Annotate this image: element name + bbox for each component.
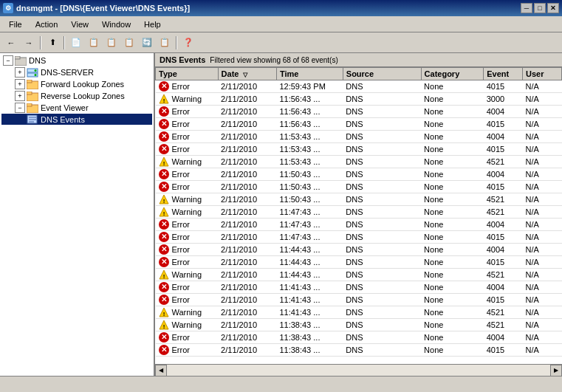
folder-event-icon [27,103,38,113]
table-row[interactable]: ✕Error2/11/201011:41:43 ...DNSNone4015N/… [156,294,562,306]
help-toolbar-button[interactable]: ❓ [180,35,196,51]
tree-expand-server[interactable]: + [15,67,25,78]
event-category-cell: None [421,131,484,143]
table-row[interactable]: !Warning2/11/201011:53:43 ...DNSNone4521… [156,156,562,168]
col-type[interactable]: Type [156,68,219,80]
event-type-label: Warning [172,320,202,329]
table-row[interactable]: ✕Error2/11/201011:53:43 ...DNSNone4004N/… [156,131,562,143]
table-row[interactable]: ✕Error2/11/201011:44:43 ...DNSNone4015N/… [156,256,562,269]
h-scroll-left[interactable]: ◀ [155,365,167,376]
menu-window[interactable]: Window [96,18,137,30]
event-event-cell: 4004 [484,168,523,181]
main-layout: − DNS + DNS-SERVER + For [0,53,562,376]
menu-file[interactable]: File [3,18,28,30]
title-bar-controls[interactable]: ─ □ ✕ [521,3,559,13]
event-type-cell: ✕Error [156,131,219,143]
h-scrollbar[interactable]: ◀ ▶ [155,364,562,376]
table-row[interactable]: ✕Error2/11/201011:47:43 ...DNSNone4004N/… [156,219,562,231]
event-date-cell: 2/11/2010 [218,93,276,106]
type-cell-content: ✕Error [159,81,216,92]
svg-rect-9 [27,92,32,94]
table-row[interactable]: !Warning2/11/201011:44:43 ...DNSNone4521… [156,269,562,281]
table-row[interactable]: ✕Error2/11/201011:50:43 ...DNSNone4015N/… [156,181,562,193]
menu-view[interactable]: View [65,18,95,30]
col-date[interactable]: Date ▽ [218,68,276,80]
svg-point-4 [35,69,37,72]
event-type-label: Error [172,345,190,354]
event-time-cell: 11:38:43 ... [276,319,343,331]
event-type-cell: ✕Error [156,244,219,256]
table-row[interactable]: ✕Error2/11/201011:38:43 ...DNSNone4015N/… [156,344,562,357]
type-cell-content: ✕Error [159,169,216,179]
table-row[interactable]: !Warning2/11/201011:41:43 ...DNSNone4521… [156,306,562,319]
properties-button[interactable]: 📋 [121,35,137,51]
h-scroll-track[interactable] [167,365,550,376]
event-time-cell: 11:38:43 ... [276,344,343,357]
minimize-button[interactable]: ─ [521,3,532,13]
close-button[interactable]: ✕ [547,3,559,13]
type-cell-content: !Warning [159,307,216,317]
table-row[interactable]: !Warning2/11/201011:38:43 ...DNSNone4521… [156,319,562,331]
show-hide-button[interactable]: 📄 [68,35,84,51]
event-date-cell: 2/11/2010 [218,281,276,294]
table-row[interactable]: !Warning2/11/201011:47:43 ...DNSNone4521… [156,206,562,219]
tree-item-forward[interactable]: + Forward Lookup Zones [1,78,152,90]
tree-expand-dns[interactable]: − [3,55,13,66]
type-cell-content: !Warning [159,320,216,330]
forward-button[interactable]: → [21,35,37,51]
tree-expand-eventviewer[interactable]: − [15,103,25,113]
table-row[interactable]: ✕Error2/11/201011:38:43 ...DNSNone4004N/… [156,331,562,344]
copy-button[interactable]: 📋 [86,35,102,51]
event-event-cell: 4521 [484,319,523,331]
event-event-cell: 4521 [484,156,523,168]
event-time-cell: 11:41:43 ... [276,306,343,319]
maximize-button[interactable]: □ [534,3,546,13]
event-user-cell: N/A [523,219,562,231]
table-row[interactable]: !Warning2/11/201011:56:43 ...DNSNone3000… [156,93,562,106]
col-category[interactable]: Category [421,68,484,80]
event-event-cell: 4015 [484,294,523,306]
table-row[interactable]: ✕Error2/11/201011:56:43 ...DNSNone4015N/… [156,118,562,131]
tree-item-reverse[interactable]: + Reverse Lookup Zones [1,90,152,102]
events-table-container[interactable]: Type Date ▽ Time Source Category Event U… [155,67,562,364]
event-category-cell: None [421,193,484,206]
table-row[interactable]: ✕Error2/11/201011:44:43 ...DNSNone4004N/… [156,244,562,256]
event-date-cell: 2/11/2010 [218,244,276,256]
back-button[interactable]: ← [3,35,19,51]
export-button[interactable]: 📋 [157,35,173,51]
warning-icon: ! [159,194,169,204]
event-type-cell: ✕Error [156,143,219,156]
event-type-label: Error [172,258,190,267]
type-cell-content: ✕Error [159,106,216,117]
table-row[interactable]: ✕Error2/11/201011:56:43 ...DNSNone4004N/… [156,106,562,118]
tree-item-dns[interactable]: − DNS [1,55,152,66]
event-type-cell: ✕Error [156,118,219,131]
col-source[interactable]: Source [343,68,421,80]
type-cell-content: ✕Error [159,257,216,267]
col-user[interactable]: User [523,68,562,80]
table-row[interactable]: !Warning2/11/201011:50:43 ...DNSNone4521… [156,193,562,206]
table-row[interactable]: ✕Error2/11/201011:50:43 ...DNSNone4004N/… [156,168,562,181]
table-row[interactable]: ✕Error2/11/201011:47:43 ...DNSNone4015N/… [156,231,562,244]
tree-item-dnsevents[interactable]: DNS Events [1,114,152,125]
table-row[interactable]: ✕Error2/11/201011:41:43 ...DNSNone4004N/… [156,281,562,294]
table-row[interactable]: ✕Error2/11/201012:59:43 PMDNSNone4015N/A [156,80,562,93]
tree-item-server[interactable]: + DNS-SERVER [1,66,152,78]
event-type-label: Warning [172,195,202,204]
toolbar-separator-1 [40,36,41,49]
tree-expand-forward[interactable]: + [15,79,25,89]
col-time[interactable]: Time [276,68,343,80]
table-row[interactable]: ✕Error2/11/201011:53:43 ...DNSNone4015N/… [156,143,562,156]
paste-button[interactable]: 📋 [103,35,120,51]
tree-expand-reverse[interactable]: + [15,91,25,101]
up-button[interactable]: ⬆ [44,35,61,51]
event-time-cell: 11:44:43 ... [276,256,343,269]
h-scroll-right[interactable]: ▶ [550,365,562,376]
event-category-cell: None [421,106,484,118]
tree-item-eventviewer[interactable]: − Event Viewer [1,102,152,114]
col-event[interactable]: Event [484,68,523,80]
menu-help[interactable]: Help [138,18,167,30]
menu-action[interactable]: Action [30,18,64,30]
error-icon: ✕ [159,106,169,117]
refresh-button[interactable]: 🔄 [139,35,155,51]
